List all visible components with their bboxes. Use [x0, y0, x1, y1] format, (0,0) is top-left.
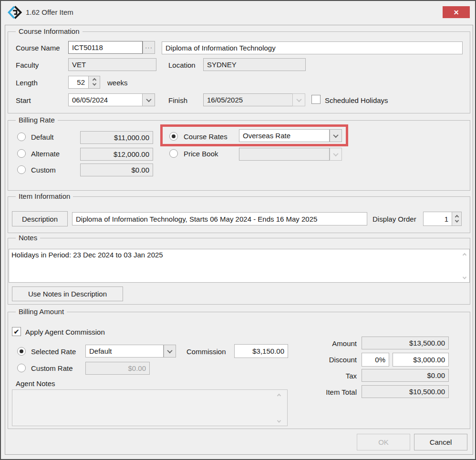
location-field: SYDNEY [203, 58, 306, 71]
description-input[interactable]: Diploma of Information Technology, Start… [72, 212, 367, 225]
selected-rate-select[interactable]: Default [85, 345, 164, 358]
apply-agent-commission-label: Apply Agent Commission [25, 328, 105, 336]
default-rate-value: $11,000.00 [80, 131, 153, 144]
course-title-field[interactable]: Diploma of Information Technology [162, 41, 463, 54]
spin-down-icon [455, 218, 458, 222]
course-information-group: Course Information Course Name ICT50118 … [8, 31, 470, 113]
default-rate-label: Default [31, 133, 54, 141]
price-book-dropdown-button [330, 148, 342, 161]
course-browse-button[interactable]: ··· [143, 41, 155, 54]
selected-rate-dropdown-button[interactable] [164, 345, 176, 358]
discount-percent-input[interactable]: 0% [362, 353, 389, 367]
custom-rate-radio[interactable] [17, 165, 26, 174]
discount-amount-input[interactable]: $3,000.00 [393, 353, 449, 367]
window-title: 1.62 Offer Item [26, 8, 73, 16]
price-book-radio[interactable] [169, 149, 178, 158]
discount-label: Discount [309, 356, 357, 364]
chevron-down-icon [146, 96, 151, 102]
course-name-label: Course Name [16, 44, 60, 52]
custom-commission-rate-label: Custom Rate [31, 364, 73, 372]
ok-button[interactable]: OK [357, 434, 410, 450]
chevron-down-icon [167, 348, 172, 353]
spin-down-icon [92, 82, 96, 85]
custom-commission-rate-radio[interactable] [17, 364, 26, 372]
close-icon: ✕ [454, 9, 459, 16]
finish-date-dropdown-button [292, 93, 305, 106]
default-rate-radio[interactable] [17, 133, 26, 141]
price-book-label: Price Book [184, 150, 218, 158]
tax-label: Tax [309, 372, 357, 380]
notes-legend: Notes [16, 234, 40, 242]
item-total-field: $10,500.00 [362, 385, 449, 398]
course-code-input[interactable]: ICT50118 [68, 41, 143, 54]
item-information-group: Item Information Description Diploma of … [8, 196, 470, 233]
billing-rate-legend: Billing Rate [16, 116, 58, 124]
radio-selected-dot [20, 349, 23, 353]
course-information-legend: Course Information [16, 27, 83, 35]
custom-rate-label: Custom [31, 166, 56, 174]
scheduled-holidays-checkbox[interactable] [311, 95, 321, 104]
commission-field: $3,150.00 [234, 344, 288, 358]
finish-label: Finish [168, 96, 187, 104]
offer-item-dialog: 1.62 Offer Item ✕ Course Information Cou… [0, 0, 476, 460]
finish-date-field: 16/05/2025 [203, 93, 293, 106]
app-logo-icon [8, 5, 22, 20]
cancel-button[interactable]: Cancel [414, 434, 467, 450]
notes-group: Notes Holidays in Period: 23 Dec 2024 to… [8, 238, 470, 305]
radio-selected-dot [172, 134, 176, 138]
billing-amount-group: Billing Amount ✔ Apply Agent Commission … [8, 312, 470, 429]
amount-label: Amount [309, 339, 357, 348]
billing-rate-group: Billing Rate Default $11,000.00 Alternat… [8, 120, 470, 191]
item-total-label: Item Total [309, 388, 357, 396]
billing-amount-legend: Billing Amount [16, 307, 67, 316]
amount-field: $13,500.00 [362, 337, 449, 349]
course-rates-label: Course Rates [184, 133, 228, 141]
display-order-input[interactable]: 1 [423, 212, 452, 226]
length-label: Length [16, 79, 38, 87]
chevron-down-icon [333, 132, 338, 137]
chevron-down-icon [333, 151, 338, 156]
agent-notes-label: Agent Notes [16, 379, 55, 388]
commission-label: Commission [186, 348, 226, 356]
faculty-label: Faculty [16, 61, 39, 69]
course-rates-select[interactable]: Overseas Rate [239, 129, 330, 142]
title-bar: 1.62 Offer Item ✕ [1, 1, 475, 24]
alternate-rate-value: $12,000.00 [80, 148, 153, 161]
course-rates-dropdown-button[interactable] [330, 129, 342, 142]
price-book-select [239, 148, 330, 161]
start-date-input[interactable]: 06/05/2024 [68, 93, 143, 106]
close-button[interactable]: ✕ [443, 6, 470, 18]
length-input[interactable]: 52 [68, 76, 89, 89]
check-icon: ✔ [13, 327, 20, 336]
selected-rate-label: Selected Rate [31, 348, 76, 356]
description-button[interactable]: Description [12, 211, 68, 226]
custom-commission-rate-input: $0.00 [85, 362, 150, 375]
item-information-legend: Item Information [16, 192, 73, 200]
display-order-label: Display Order [373, 215, 416, 223]
length-unit-label: weeks [107, 79, 128, 87]
selected-rate-radio[interactable] [17, 347, 26, 356]
alternate-rate-radio[interactable] [17, 149, 26, 158]
course-rates-radio[interactable] [169, 132, 178, 141]
ellipsis-icon: ··· [145, 44, 153, 51]
display-order-spinner[interactable] [452, 212, 462, 226]
faculty-field: VET [68, 58, 156, 71]
start-date-dropdown-button[interactable] [142, 93, 155, 106]
apply-agent-commission-checkbox[interactable]: ✔ [12, 327, 21, 336]
agent-notes-textarea[interactable] [12, 389, 288, 426]
chevron-down-icon [296, 96, 301, 102]
start-label: Start [16, 96, 31, 104]
use-notes-in-description-button[interactable]: Use Notes in Description [12, 286, 123, 301]
custom-rate-value: $0.00 [80, 164, 153, 176]
scheduled-holidays-label: Scheduled Holidays [325, 96, 388, 104]
tax-field: $0.00 [362, 369, 449, 382]
alternate-rate-label: Alternate [31, 150, 60, 158]
length-spinner[interactable] [88, 76, 100, 89]
notes-textarea[interactable]: Holidays in Period: 23 Dec 2024 to 03 Ja… [9, 249, 470, 283]
location-label: Location [168, 61, 196, 69]
